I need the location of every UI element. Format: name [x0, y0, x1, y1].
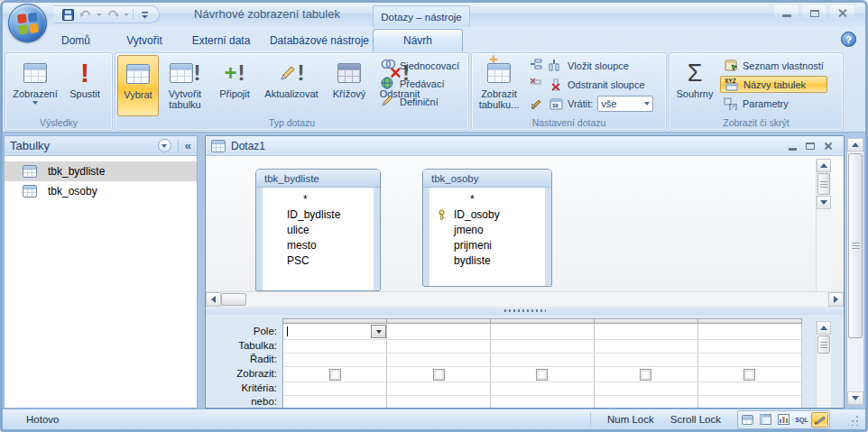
nav-pane-title: Tabulky: [10, 139, 50, 152]
field-item[interactable]: jmeno: [423, 223, 551, 238]
show-checkbox[interactable]: [329, 369, 341, 381]
totals-button[interactable]: Σ Souhrny: [673, 55, 716, 116]
parameters-button[interactable]: [?] Parametry: [720, 95, 827, 112]
datasheet-view-button[interactable]: [739, 412, 756, 427]
delete-columns-button[interactable]: Odstranit sloupce: [526, 76, 657, 93]
undo-dropdown-icon[interactable]: [97, 14, 102, 16]
scrollbar-thumb[interactable]: [221, 293, 246, 306]
scroll-down-button[interactable]: [817, 196, 831, 209]
scroll-up-button[interactable]: [817, 159, 831, 172]
table-icon: [23, 165, 37, 178]
field-dropdown-button[interactable]: [371, 325, 386, 338]
save-icon[interactable]: [60, 7, 75, 22]
combo-dropdown-icon: [644, 102, 650, 106]
nav-menu-button[interactable]: [158, 139, 171, 152]
undo-icon[interactable]: [78, 7, 93, 22]
field-item[interactable]: bydliste: [423, 253, 551, 269]
grid-row-nebo[interactable]: [283, 396, 801, 409]
field-item[interactable]: prijmeni: [423, 238, 551, 253]
office-button[interactable]: [8, 4, 47, 42]
tab-domu[interactable]: Domů: [50, 29, 102, 51]
query-title-bar[interactable]: Dotaz1: [206, 136, 844, 156]
query-maximize-icon[interactable]: [806, 142, 815, 150]
pivotchart-view-button[interactable]: [775, 412, 792, 427]
field-list-tbk-bydliste[interactable]: tbk_bydliste * ID_bydliste ulice mesto P…: [255, 169, 381, 291]
query-close-icon[interactable]: [824, 142, 833, 151]
scroll-down-button[interactable]: [847, 391, 863, 405]
maximize-button[interactable]: [802, 5, 826, 21]
grid-row-tabulka[interactable]: [283, 340, 801, 354]
grid-row-kriteria[interactable]: [283, 382, 801, 396]
table-pane-hscrollbar[interactable]: [206, 291, 844, 307]
data-definition-query-button[interactable]: Definiční: [377, 93, 463, 110]
scrollbar-thumb[interactable]: [817, 335, 830, 354]
return-combobox[interactable]: vše: [597, 96, 653, 112]
field-item[interactable]: ulice: [256, 223, 380, 238]
field-item[interactable]: PSC: [256, 253, 380, 269]
group-label: Výsledky: [5, 117, 112, 129]
field-item[interactable]: ID_osoby: [423, 207, 551, 223]
scrollbar-thumb[interactable]: [817, 173, 830, 195]
pivottable-view-button[interactable]: [757, 412, 774, 427]
minimize-button[interactable]: [774, 5, 799, 21]
scroll-up-button[interactable]: [817, 321, 831, 335]
select-query-button[interactable]: Vybrat: [117, 55, 159, 116]
run-button[interactable]: ! Spustit: [63, 55, 106, 116]
field-item[interactable]: mesto: [256, 238, 380, 253]
field-item[interactable]: *: [423, 192, 551, 207]
pane-splitter[interactable]: [206, 307, 844, 315]
shutter-close-icon[interactable]: «: [185, 139, 191, 152]
query-minimize-icon[interactable]: [789, 148, 797, 151]
show-table-button[interactable]: + Zobrazit tabulku...: [476, 55, 522, 116]
tab-externi-data[interactable]: Externí data: [181, 29, 261, 51]
customize-qat-icon[interactable]: [137, 7, 152, 22]
return-row: 10 Vrátit: vše: [526, 95, 657, 112]
redo-dropdown-icon[interactable]: [124, 14, 129, 16]
dropdown-icon: [376, 330, 382, 334]
union-query-button[interactable]: Sjednocovací: [377, 57, 463, 74]
sql-view-button[interactable]: SQL: [793, 412, 810, 427]
show-checkbox[interactable]: [743, 369, 755, 381]
field-list-tbk-osoby[interactable]: tbk_osoby * ID_osoby jmeno prijmeni bydl…: [422, 169, 552, 287]
property-sheet-button[interactable]: Seznam vlastností: [720, 57, 827, 74]
append-query-button[interactable]: +! Připojit: [211, 55, 258, 116]
tab-databazove-nastroje[interactable]: Databázové nástroje: [264, 29, 374, 51]
field-item[interactable]: ID_bydliste: [256, 207, 380, 223]
show-checkbox[interactable]: [536, 369, 548, 381]
resize-grip-icon[interactable]: [848, 414, 860, 426]
make-table-query-button[interactable]: ! Vytvořit tabulku: [159, 55, 211, 116]
passthrough-query-button[interactable]: Předávací: [377, 75, 463, 92]
nav-pane-header[interactable]: Tabulky «: [5, 136, 197, 156]
crosstab-query-button[interactable]: Křížový: [325, 55, 374, 116]
scroll-up-button[interactable]: [847, 138, 863, 152]
tab-vytvorit[interactable]: Vytvořit: [113, 29, 176, 51]
design-view-button[interactable]: [811, 412, 828, 427]
scroll-left-button[interactable]: [206, 292, 221, 307]
query-window-controls: [789, 142, 838, 151]
qat-separator: [133, 9, 134, 20]
show-checkbox[interactable]: [640, 369, 651, 381]
grid-row-radit[interactable]: [283, 354, 801, 367]
show-checkbox[interactable]: [433, 369, 445, 381]
help-button[interactable]: ?: [841, 32, 856, 47]
close-button[interactable]: [830, 5, 854, 21]
grid-row-pole[interactable]: [283, 324, 801, 340]
nav-item-tbk-bydliste[interactable]: tbk_bydliste: [5, 161, 197, 181]
design-grid[interactable]: [282, 318, 802, 408]
insert-columns-button[interactable]: Vložit sloupce: [526, 57, 657, 74]
view-button[interactable]: Zobrazení: [7, 55, 63, 116]
redo-icon[interactable]: [106, 7, 120, 22]
datasheet-view-icon: [742, 415, 753, 425]
document-vscrollbar[interactable]: [846, 137, 864, 406]
scroll-right-button[interactable]: [828, 292, 844, 307]
table-pane-vscrollbar[interactable]: [816, 159, 831, 291]
update-query-button[interactable]: ! Aktualizovat: [258, 55, 325, 116]
grid-vscrollbar[interactable]: [816, 321, 831, 409]
sigma-icon: Σ: [688, 60, 703, 87]
field-item[interactable]: *: [256, 192, 380, 207]
table-names-button[interactable]: XYZ Názvy tabulek: [720, 76, 827, 93]
nav-item-tbk-osoby[interactable]: tbk_osoby: [5, 181, 197, 201]
scrollbar-thumb[interactable]: [848, 153, 863, 338]
tab-navrh[interactable]: Návrh: [373, 29, 463, 51]
datasheet-view-icon: [23, 63, 47, 83]
